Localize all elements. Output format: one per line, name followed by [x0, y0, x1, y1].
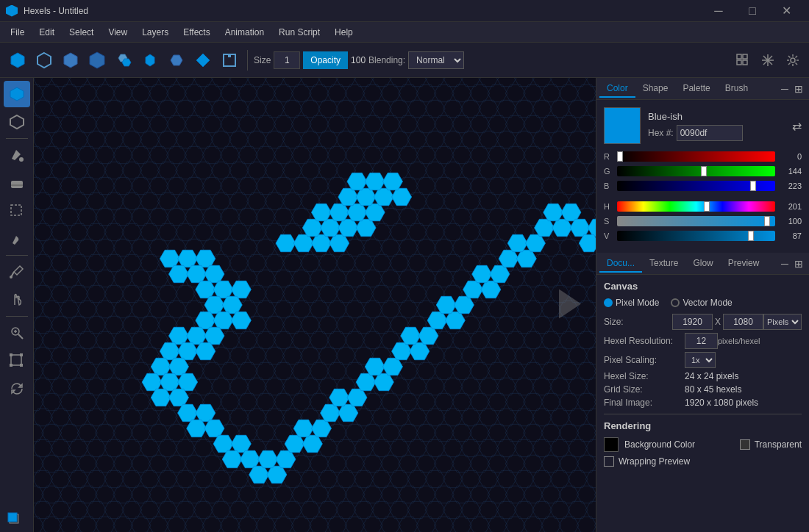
transparent-label: Transparent	[755, 439, 802, 450]
h-slider-thumb[interactable]	[704, 201, 710, 212]
r-slider-thumb[interactable]	[617, 151, 623, 162]
menu-select[interactable]: Select	[62, 24, 101, 40]
tool-smudge[interactable]	[4, 226, 30, 252]
h-value: 201	[780, 202, 802, 211]
menu-file[interactable]: File	[3, 24, 32, 40]
tool-hex-outline[interactable]	[32, 48, 56, 72]
wrapping-checkbox[interactable]	[604, 456, 614, 467]
tool-selection[interactable]	[4, 198, 30, 224]
transparent-checkbox[interactable]	[740, 439, 750, 450]
b-slider-track[interactable]	[617, 181, 775, 191]
tab-color[interactable]: Color	[599, 80, 635, 98]
g-slider-track[interactable]	[617, 166, 775, 176]
tool-hex-draw[interactable]	[4, 81, 30, 107]
canvas-width-input[interactable]	[672, 314, 713, 330]
v-slider-track[interactable]	[617, 231, 775, 241]
svg-line-25	[796, 62, 798, 65]
tool-hex-diamond[interactable]	[59, 48, 82, 72]
g-slider-thumb[interactable]	[701, 166, 707, 176]
tab-preview[interactable]: Preview	[721, 255, 767, 273]
tab-document[interactable]: Docu...	[599, 255, 642, 273]
menu-layers[interactable]: Layers	[135, 24, 176, 40]
menubar: File Edit Select View Layers Effects Ani…	[0, 22, 809, 43]
tool-zoom[interactable]	[4, 320, 30, 346]
tool-diamond[interactable]	[191, 48, 215, 72]
tool-eraser[interactable]	[4, 170, 30, 196]
tool-hex-small[interactable]	[138, 48, 162, 72]
menu-effects[interactable]: Effects	[176, 24, 217, 40]
g-value: 144	[780, 167, 802, 176]
opacity-button[interactable]: Opacity	[303, 51, 348, 69]
svg-marker-8	[196, 54, 210, 67]
tool-multi[interactable]	[112, 48, 135, 72]
tab-palette[interactable]: Palette	[675, 80, 717, 98]
panel-expand-icon[interactable]: ⊞	[791, 83, 806, 95]
svg-rect-44	[20, 364, 23, 367]
hex-input[interactable]	[677, 125, 743, 141]
svg-marker-0	[11, 53, 24, 68]
pixel-mode-radio[interactable]: Pixel Mode	[604, 298, 659, 308]
v-slider-thumb[interactable]	[748, 231, 754, 241]
tab-texture[interactable]: Texture	[642, 255, 685, 273]
tool-hex-flat[interactable]	[165, 48, 188, 72]
vector-mode-radio[interactable]: Vector Mode	[671, 298, 732, 308]
menu-view[interactable]: View	[101, 24, 135, 40]
blending-select[interactable]: Normal Multiply Screen Overlay	[408, 51, 464, 69]
doc-panel-expand-icon[interactable]: ⊞	[791, 258, 806, 270]
tab-brush[interactable]: Brush	[718, 80, 755, 98]
tool-color-swap[interactable]	[4, 503, 30, 529]
tool-hex-large[interactable]	[85, 48, 109, 72]
tool-paint-bucket[interactable]	[4, 142, 30, 168]
menu-help[interactable]: Help	[327, 24, 360, 40]
tool-rotate[interactable]	[4, 375, 30, 402]
r-value: 0	[780, 152, 802, 161]
size-input[interactable]	[274, 51, 300, 69]
tab-glow[interactable]: Glow	[685, 255, 720, 273]
grid-icon[interactable]	[733, 50, 753, 71]
hexel-res-input[interactable]	[685, 333, 718, 349]
b-slider-thumb[interactable]	[750, 181, 756, 191]
canvas-area[interactable]	[34, 78, 596, 532]
maximize-button[interactable]: □	[735, 0, 769, 22]
menu-edit[interactable]: Edit	[32, 24, 62, 40]
titlebar-controls[interactable]: ─ □ ✕	[702, 0, 803, 22]
doc-panel-minimize-icon[interactable]: ─	[778, 258, 791, 270]
bg-color-swatch[interactable]	[604, 437, 619, 452]
hex-row: Hex #:	[648, 125, 785, 141]
hex-canvas[interactable]	[34, 78, 596, 532]
canvas-height-input[interactable]	[723, 314, 763, 330]
tool-transform[interactable]	[4, 348, 30, 374]
wrapping-label: Wrapping Preview	[619, 456, 690, 467]
r-slider-track[interactable]	[617, 151, 775, 162]
tool-hex-solid[interactable]	[6, 48, 29, 72]
tool-eyedropper[interactable]	[4, 259, 30, 285]
transparent-checkbox-row: Transparent	[740, 439, 802, 450]
vector-mode-label: Vector Mode	[683, 298, 732, 308]
h-label: H	[604, 202, 613, 211]
s-slider-thumb[interactable]	[764, 216, 770, 226]
sun-icon[interactable]	[783, 50, 803, 71]
swap-colors-icon[interactable]: ⇄	[792, 119, 802, 133]
menu-run-script[interactable]: Run Script	[271, 24, 327, 40]
svg-rect-33	[11, 205, 21, 215]
snowflake-icon[interactable]	[758, 50, 778, 71]
color-swatch[interactable]	[604, 107, 641, 144]
svg-line-26	[796, 56, 798, 58]
section-divider	[604, 414, 802, 414]
svg-rect-14	[743, 60, 747, 65]
tool-hex-outline-left[interactable]	[4, 109, 30, 135]
size-units-select[interactable]: Pixels	[763, 314, 802, 330]
tab-shape[interactable]: Shape	[635, 80, 676, 98]
minimize-button[interactable]: ─	[702, 0, 735, 22]
tool-square[interactable]	[218, 48, 241, 72]
main-layout: Color Shape Palette Brush ─ ⊞ Blue-ish H…	[0, 78, 809, 532]
panel-minimize-icon[interactable]: ─	[778, 83, 791, 95]
tool-hand[interactable]	[4, 287, 30, 313]
close-button[interactable]: ✕	[769, 0, 803, 22]
s-slider-track[interactable]	[617, 216, 775, 226]
h-slider-track[interactable]	[617, 201, 775, 212]
pixel-scale-select[interactable]: 1x 2x 4x	[685, 352, 716, 368]
h-slider-row: H 201	[604, 201, 802, 212]
menu-animation[interactable]: Animation	[218, 24, 271, 40]
titlebar: Hexels - Untitled ─ □ ✕	[0, 0, 809, 22]
